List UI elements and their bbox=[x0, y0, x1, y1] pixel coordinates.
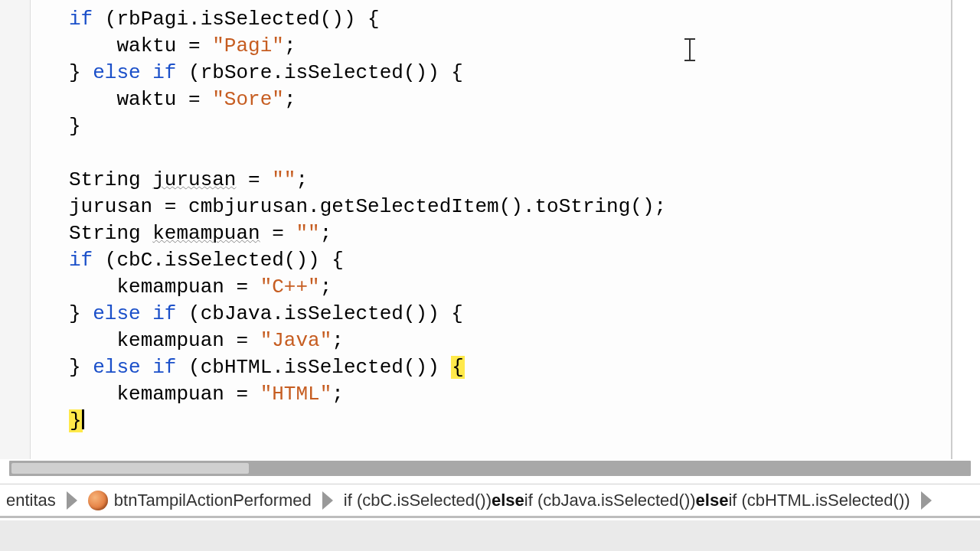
assign-waktu-sore: waktu = bbox=[116, 88, 212, 111]
assign-kjava: kemampuan = bbox=[116, 329, 260, 352]
var-kemampuan: kemampuan bbox=[152, 222, 260, 245]
breadcrumb-label-stmt1: if (cbC.isSelected()) bbox=[344, 491, 492, 510]
var-jurusan: jurusan bbox=[152, 168, 236, 191]
assign-kcpp: kemampuan = bbox=[116, 276, 260, 298]
str-empty1: "" bbox=[272, 168, 296, 191]
str-sore: "Sore" bbox=[212, 88, 284, 111]
breadcrumb-item-class[interactable]: entitas bbox=[0, 484, 62, 516]
scrollbar-thumb[interactable] bbox=[11, 463, 249, 474]
kw-if3: if bbox=[69, 249, 93, 272]
text-cursor-icon bbox=[689, 38, 691, 61]
bottom-strip bbox=[0, 520, 980, 551]
kw-if: if bbox=[69, 8, 93, 31]
kw-if4: if bbox=[152, 302, 176, 325]
editor-area: if (rbPagi.isSelected()) { waktu = "Pagi… bbox=[0, 0, 980, 459]
breadcrumb-else1: else bbox=[492, 491, 524, 510]
chevron-right-icon bbox=[322, 491, 333, 510]
type-string2: String bbox=[69, 222, 141, 245]
method-icon bbox=[88, 491, 108, 510]
cond-rbpagi: rbPagi.isSelected() bbox=[116, 8, 343, 31]
caret-icon bbox=[82, 409, 84, 429]
str-html: "HTML" bbox=[260, 383, 332, 406]
cond-cbjava: cbJava.isSelected() bbox=[201, 302, 427, 325]
assign-jurusan: jurusan = cmbjurusan.getSelectedItem().t… bbox=[69, 195, 666, 218]
cond-cbc: cbC.isSelected() bbox=[116, 249, 308, 272]
assign-waktu-pagi: waktu = bbox=[116, 34, 212, 57]
kw-else2: else bbox=[93, 302, 140, 325]
breadcrumb-label-stmt3: if (cbHTML.isSelected()) bbox=[728, 491, 910, 510]
chevron-right-icon bbox=[67, 491, 77, 510]
chevron-right-icon bbox=[921, 491, 932, 510]
breadcrumb-label-stmt2: if (cbJava.isSelected()) bbox=[524, 491, 696, 510]
breadcrumb-item-method[interactable]: btnTampilActionPerformed bbox=[82, 484, 318, 516]
horizontal-scrollbar[interactable] bbox=[9, 461, 971, 476]
type-string1: String bbox=[69, 168, 141, 191]
kw-else3: else bbox=[93, 356, 140, 379]
cond-cbhtml: cbHTML.isSelected() bbox=[201, 356, 427, 379]
str-empty2: "" bbox=[296, 222, 319, 245]
kw-else: else bbox=[93, 61, 140, 84]
str-pagi: "Pagi" bbox=[212, 34, 284, 57]
assign-khtml: kemampuan = bbox=[116, 383, 260, 406]
breadcrumb-item-stmt[interactable]: if (cbC.isSelected()) else if (cbJava.is… bbox=[338, 484, 916, 516]
kw-if5: if bbox=[152, 356, 176, 379]
str-cpp: "C++" bbox=[260, 276, 320, 298]
hl-open-brace: { bbox=[451, 356, 465, 379]
line-gutter bbox=[0, 0, 31, 459]
breadcrumb-label-method: btnTampilActionPerformed bbox=[114, 491, 312, 510]
str-java: "Java" bbox=[260, 329, 332, 352]
cond-rbsore: rbSore.isSelected() bbox=[201, 61, 427, 84]
hl-close-brace: } bbox=[69, 409, 83, 432]
kw-if2: if bbox=[152, 61, 176, 84]
breadcrumb-bar: entitas btnTampilActionPerformed if (cbC… bbox=[0, 484, 980, 518]
code-editor[interactable]: if (rbPagi.isSelected()) { waktu = "Pagi… bbox=[31, 0, 952, 459]
breadcrumb-else2: else bbox=[696, 491, 729, 510]
breadcrumb-label-class: entitas bbox=[6, 491, 56, 510]
